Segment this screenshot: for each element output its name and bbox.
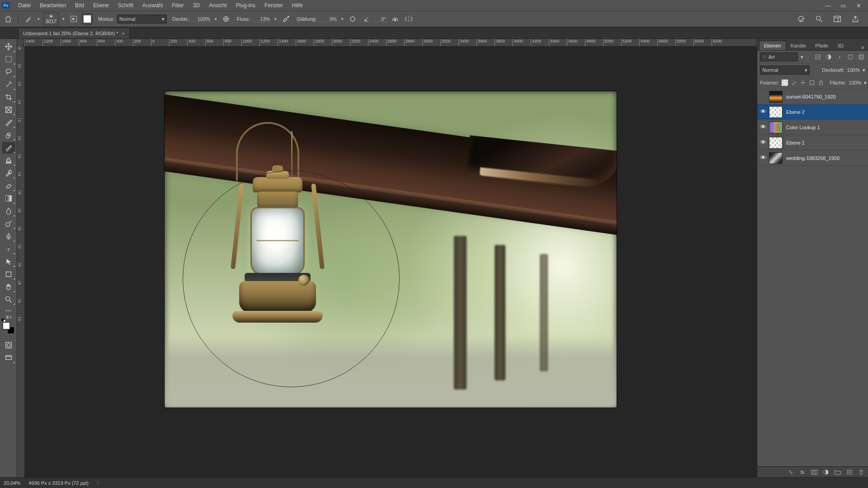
layer-kind-filter[interactable]: [760, 52, 798, 61]
layer-thumbnail[interactable]: [769, 106, 783, 118]
window-maximize-button[interactable]: ▭: [835, 2, 851, 9]
layer-thumbnail[interactable]: [769, 152, 783, 164]
layer-row[interactable]: sunset-6041750_1920: [757, 89, 868, 104]
layer-thumbnail[interactable]: [769, 137, 783, 149]
dodge-tool[interactable]: [2, 218, 15, 230]
layer-visibility-toggle[interactable]: [757, 124, 769, 131]
tool-preset-icon[interactable]: [23, 14, 34, 24]
tab-3d[interactable]: 3D: [833, 41, 848, 50]
close-icon[interactable]: ×: [122, 31, 124, 36]
layer-opacity-chevron-icon[interactable]: ▾: [863, 67, 865, 73]
smoothing-options-icon[interactable]: [347, 14, 358, 24]
home-icon[interactable]: [3, 14, 14, 24]
pen-tool[interactable]: [2, 230, 15, 242]
panel-menu-icon[interactable]: ≡: [858, 45, 868, 50]
menu-fenster[interactable]: Fenster: [260, 0, 288, 11]
airbrush-icon[interactable]: [280, 14, 291, 24]
cloud-docs-icon[interactable]: [796, 14, 807, 24]
healing-tool[interactable]: [2, 129, 15, 141]
menu-plugins[interactable]: Plug-ins: [231, 0, 260, 11]
link-layers-icon[interactable]: [787, 468, 795, 476]
menu-ansicht[interactable]: Ansicht: [204, 0, 231, 11]
search-icon[interactable]: [814, 14, 825, 24]
crop-tool[interactable]: [2, 91, 15, 103]
layer-name[interactable]: Ebene 2: [786, 109, 865, 115]
brush-tool[interactable]: [2, 142, 15, 154]
layer-opacity-value[interactable]: 100%: [847, 67, 860, 73]
opacity-value[interactable]: 100%: [193, 16, 211, 22]
layer-visibility-toggle[interactable]: [757, 139, 769, 146]
lock-transparency-icon[interactable]: [782, 79, 788, 87]
fill-chevron-icon[interactable]: ▾: [864, 80, 867, 86]
layer-kind-input[interactable]: [769, 54, 796, 60]
eraser-tool[interactable]: [2, 180, 15, 192]
menu-filter[interactable]: Filter: [167, 0, 189, 11]
layer-visibility-toggle[interactable]: [757, 108, 769, 115]
window-close-button[interactable]: ✕: [851, 2, 866, 9]
tab-pfade[interactable]: Pfade: [811, 41, 833, 50]
filter-smart-icon[interactable]: [857, 53, 865, 61]
layer-mask-icon[interactable]: [810, 468, 818, 476]
layer-row[interactable]: Color Lookup 1: [757, 120, 868, 135]
menu-ebene[interactable]: Ebene: [89, 0, 113, 11]
shape-tool[interactable]: [2, 268, 15, 280]
layer-kind-chevron-icon[interactable]: ▾: [801, 54, 803, 60]
blur-tool[interactable]: [2, 205, 15, 217]
text-tool[interactable]: T: [2, 243, 15, 255]
menu-datei[interactable]: Datei: [14, 0, 35, 11]
gradient-tool[interactable]: [2, 192, 15, 204]
quickmask-icon[interactable]: [2, 339, 15, 351]
new-layer-icon[interactable]: [845, 468, 854, 476]
lasso-tool[interactable]: [2, 66, 15, 78]
opacity-chevron-icon[interactable]: ▾: [214, 17, 218, 21]
layer-row[interactable]: Ebene 1: [757, 135, 868, 150]
menu-bild[interactable]: Bild: [71, 0, 89, 11]
hand-tool[interactable]: [2, 281, 15, 293]
smoothing-chevron-icon[interactable]: ▾: [340, 17, 344, 21]
eyedropper-tool[interactable]: [2, 117, 15, 128]
magic-wand-tool[interactable]: [2, 79, 15, 90]
workspace-icon[interactable]: [832, 14, 843, 24]
layer-name[interactable]: Color Lookup 1: [786, 125, 865, 130]
layer-row[interactable]: Ebene 2: [757, 104, 868, 120]
layer-fx-icon[interactable]: fx: [798, 468, 807, 476]
filter-adjust-icon[interactable]: [825, 53, 833, 61]
stamp-tool[interactable]: [2, 155, 15, 166]
symmetry-icon[interactable]: [403, 14, 414, 24]
ruler-horizontal[interactable]: 1400120010008006004002000200400600800100…: [24, 39, 757, 46]
layer-row[interactable]: wedding-1083258_1920: [757, 150, 868, 166]
zoom-tool[interactable]: [2, 294, 15, 305]
frame-tool[interactable]: [2, 104, 15, 116]
filter-text-icon[interactable]: T: [835, 53, 844, 61]
blend-mode-select[interactable]: Normal▾: [117, 14, 167, 23]
layer-blend-mode[interactable]: Normal▾: [760, 66, 810, 75]
pressure-opacity-icon[interactable]: [221, 14, 231, 24]
move-tool[interactable]: [2, 41, 15, 52]
layer-thumbnail[interactable]: [769, 91, 783, 103]
menu-schrift[interactable]: Schrift: [113, 0, 138, 11]
layer-thumbnail[interactable]: [769, 122, 783, 133]
adjustment-layer-icon[interactable]: [822, 468, 830, 476]
delete-layer-icon[interactable]: [857, 468, 865, 476]
menu-3d[interactable]: 3D: [189, 0, 204, 11]
history-brush-tool[interactable]: [2, 167, 15, 179]
status-chevron-icon[interactable]: 〉: [97, 480, 101, 486]
lock-artboard-icon[interactable]: [809, 79, 815, 87]
brush-preset-chevron-icon[interactable]: ▾: [61, 17, 66, 21]
lock-position-icon[interactable]: [800, 79, 806, 87]
menu-auswahl[interactable]: Auswahl: [138, 0, 167, 11]
path-selection-tool[interactable]: [2, 256, 15, 267]
fill-value[interactable]: 100%: [849, 80, 861, 85]
flow-value[interactable]: 13%: [253, 16, 271, 22]
canvas[interactable]: [24, 46, 757, 477]
angle-value[interactable]: 0°: [374, 16, 387, 22]
filter-pixel-icon[interactable]: [814, 53, 822, 61]
tab-kanaele[interactable]: Kanäle: [786, 41, 811, 50]
screenmode-icon[interactable]: [2, 352, 15, 364]
zoom-display[interactable]: 20,04%: [4, 480, 20, 486]
group-layers-icon[interactable]: [834, 468, 842, 476]
brush-settings-icon[interactable]: [68, 14, 79, 24]
brush-color-swatch[interactable]: [82, 14, 93, 24]
filter-shape-icon[interactable]: [846, 53, 854, 61]
lock-all-icon[interactable]: [818, 79, 824, 87]
